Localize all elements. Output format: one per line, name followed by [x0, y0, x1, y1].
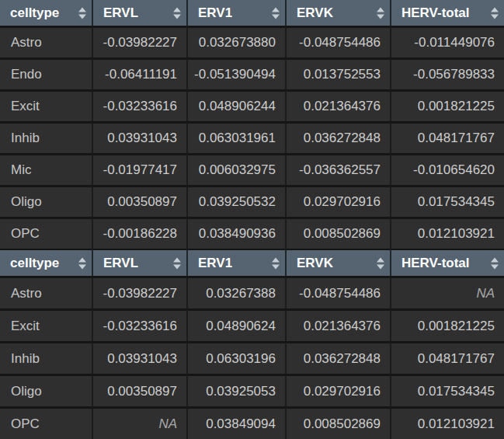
value-cell: 0.032673880 [186, 26, 285, 57]
column-header-label: celltype [10, 5, 59, 21]
value-cell: -0.036362557 [285, 153, 390, 185]
column-header-ervl[interactable]: ERVL [92, 0, 186, 26]
stacked-data-tables: celltypeERVLERV1ERVKHERV-totalAstro-0.03… [0, 0, 504, 439]
value-cell: 0.021364376 [285, 308, 390, 341]
value-cell: 0.012103921 [390, 217, 504, 249]
value-cell: 0.03849094 [186, 406, 285, 439]
value-cell: -0.06411191 [92, 57, 186, 89]
value-cell: -0.03233616 [92, 89, 186, 121]
sort-up-down-icon[interactable] [491, 7, 499, 19]
sort-descending-icon [78, 14, 86, 19]
celltype-cell: Astro [0, 276, 92, 308]
value-cell: 0.048171767 [390, 341, 504, 374]
value-cell: 0.017534345 [390, 374, 504, 406]
celltype-cell: Oligo [0, 374, 92, 406]
sort-up-down-icon[interactable] [491, 257, 499, 269]
celltype-cell: Oligo [0, 185, 92, 217]
value-cell: -0.03233616 [92, 308, 186, 341]
na-value-cell: NA [390, 276, 504, 308]
sort-ascending-icon [491, 7, 499, 12]
column-header-label: ERVL [103, 5, 138, 21]
celltype-cell: Endo [0, 57, 92, 89]
column-header-label: HERV-total [401, 256, 470, 271]
value-cell: -0.03982227 [92, 276, 186, 308]
celltype-cell: OPC [0, 217, 92, 249]
column-header-label: ERVL [103, 256, 138, 271]
value-cell: 0.008502869 [285, 406, 390, 439]
column-header-label: ERV1 [198, 256, 232, 271]
celltype-cell: Astro [0, 26, 92, 57]
celltype-cell: Excit [0, 89, 92, 121]
value-cell: -0.056789833 [390, 57, 504, 89]
column-header-celltype[interactable]: celltype [0, 0, 92, 26]
value-cell: -0.03982227 [92, 26, 186, 57]
sort-up-down-icon[interactable] [173, 7, 181, 19]
column-header-erv1[interactable]: ERV1 [186, 249, 285, 276]
sort-descending-icon [78, 264, 86, 269]
column-header-ervk[interactable]: ERVK [285, 0, 390, 26]
sort-up-down-icon[interactable] [272, 7, 280, 19]
value-cell: 0.029702916 [285, 185, 390, 217]
sort-up-down-icon[interactable] [78, 7, 86, 19]
column-header-ervk[interactable]: ERVK [285, 249, 390, 276]
value-cell: -0.048754486 [285, 26, 390, 57]
celltype-table-1: celltypeERVLERV1ERVKHERV-totalAstro-0.03… [0, 0, 504, 249]
column-header-ervl[interactable]: ERVL [92, 249, 186, 276]
value-cell: 0.001821225 [390, 308, 504, 341]
celltype-table-2: celltypeERVLERV1ERVKHERV-totalAstro-0.03… [0, 249, 504, 439]
value-cell: 0.00350897 [92, 374, 186, 406]
sort-ascending-icon [491, 257, 499, 262]
value-cell: 0.00350897 [92, 185, 186, 217]
sort-descending-icon [377, 14, 384, 19]
value-cell: 0.039250532 [186, 185, 285, 217]
value-cell: 0.029702916 [285, 374, 390, 406]
sort-descending-icon [173, 264, 181, 269]
value-cell: 0.03267388 [186, 276, 285, 308]
value-cell: 0.03931043 [92, 341, 186, 374]
sort-up-down-icon[interactable] [377, 257, 384, 269]
column-header-label: celltype [10, 256, 59, 271]
value-cell: 0.036272848 [285, 121, 390, 153]
column-header-label: ERV1 [198, 5, 232, 21]
value-cell: -0.00186228 [92, 217, 186, 249]
value-cell: 0.03931043 [92, 121, 186, 153]
value-cell: -0.011449076 [390, 26, 504, 57]
sort-ascending-icon [78, 7, 86, 12]
value-cell: 0.036272848 [285, 341, 390, 374]
celltype-cell: Mic [0, 153, 92, 185]
value-cell: 0.012103921 [390, 406, 504, 439]
sort-up-down-icon[interactable] [377, 7, 384, 19]
value-cell: 0.021364376 [285, 89, 390, 121]
sort-ascending-icon [173, 257, 181, 262]
column-header-herv-total[interactable]: HERV-total [390, 0, 504, 26]
column-header-celltype[interactable]: celltype [0, 249, 92, 276]
value-cell: 0.03925053 [186, 374, 285, 406]
sort-descending-icon [272, 14, 280, 19]
celltype-cell: Excit [0, 308, 92, 341]
value-cell: 0.048906244 [186, 89, 285, 121]
value-cell: 0.006032975 [186, 153, 285, 185]
sort-descending-icon [491, 14, 499, 19]
column-header-herv-total[interactable]: HERV-total [390, 249, 504, 276]
na-value-cell: NA [92, 406, 186, 439]
sort-up-down-icon[interactable] [78, 257, 86, 269]
sort-ascending-icon [272, 257, 280, 262]
value-cell: 0.04890624 [186, 308, 285, 341]
celltype-cell: Inhib [0, 341, 92, 374]
sort-up-down-icon[interactable] [272, 257, 280, 269]
celltype-cell: Inhib [0, 121, 92, 153]
sort-up-down-icon[interactable] [173, 257, 181, 269]
value-cell: 0.017534345 [390, 185, 504, 217]
value-cell: -0.048754486 [285, 276, 390, 308]
value-cell: -0.010654620 [390, 153, 504, 185]
sort-ascending-icon [377, 7, 384, 12]
sort-descending-icon [377, 264, 384, 269]
value-cell: 0.008502869 [285, 217, 390, 249]
value-cell: 0.001821225 [390, 89, 504, 121]
sort-descending-icon [173, 14, 181, 19]
column-header-erv1[interactable]: ERV1 [186, 0, 285, 26]
column-header-label: ERVK [297, 5, 333, 21]
column-header-label: ERVK [297, 256, 333, 271]
sort-descending-icon [491, 264, 499, 269]
sort-ascending-icon [272, 7, 280, 12]
